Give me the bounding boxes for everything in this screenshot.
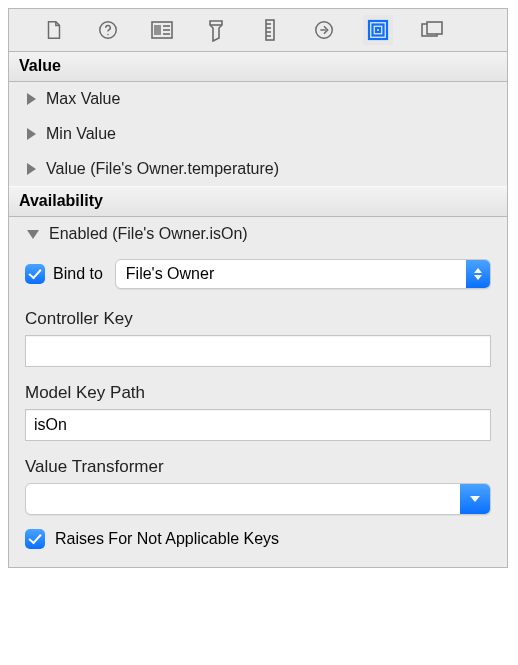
availability-rows: Enabled (File's Owner.isOn) Bind to File…	[9, 217, 507, 567]
svg-rect-8	[266, 20, 274, 40]
inspector-toolbar	[9, 9, 507, 52]
bind-to-value: File's Owner	[116, 265, 466, 283]
chevron-right-icon	[27, 128, 36, 140]
svg-rect-3	[154, 25, 161, 35]
size-icon[interactable]	[255, 15, 285, 45]
raises-checkbox[interactable]	[25, 529, 45, 549]
row-label: Enabled (File's Owner.isOn)	[49, 225, 497, 243]
connections-icon[interactable]	[309, 15, 339, 45]
model-key-path-label: Model Key Path	[25, 377, 491, 409]
enabled-binding-detail: Bind to File's Owner Controller Key Mode…	[9, 251, 507, 567]
chevron-right-icon	[27, 163, 36, 175]
bind-to-label: Bind to	[53, 265, 103, 283]
bindings-inspector-panel: Value Max Value Min Value Value (File's …	[8, 8, 508, 568]
row-label: Value (File's Owner.temperature)	[46, 160, 497, 178]
bind-to-line: Bind to File's Owner	[25, 257, 491, 303]
svg-point-1	[107, 34, 108, 35]
model-key-path-field[interactable]	[25, 409, 491, 441]
svg-rect-16	[376, 28, 380, 32]
section-header-availability: Availability	[9, 186, 507, 217]
section-title: Availability	[19, 192, 103, 209]
svg-rect-15	[373, 25, 384, 36]
row-label: Min Value	[46, 125, 497, 143]
help-icon[interactable]	[93, 15, 123, 45]
row-enabled[interactable]: Enabled (File's Owner.isOn)	[9, 217, 507, 251]
bindings-icon[interactable]	[363, 15, 393, 45]
bind-to-popup[interactable]: File's Owner	[115, 259, 491, 289]
identity-icon[interactable]	[147, 15, 177, 45]
effects-icon[interactable]	[417, 15, 447, 45]
row-min-value[interactable]: Min Value	[9, 116, 507, 151]
value-transformer-combo[interactable]	[25, 483, 491, 515]
svg-rect-18	[427, 22, 442, 34]
chevron-down-icon	[27, 230, 39, 239]
value-transformer-label: Value Transformer	[25, 451, 491, 483]
raises-row: Raises For Not Applicable Keys	[25, 515, 491, 555]
bind-to-checkbox[interactable]	[25, 264, 45, 284]
section-title: Value	[19, 57, 61, 74]
section-header-value: Value	[9, 52, 507, 82]
row-max-value[interactable]: Max Value	[9, 82, 507, 116]
value-rows: Max Value Min Value Value (File's Owner.…	[9, 82, 507, 186]
controller-key-label: Controller Key	[25, 303, 491, 335]
row-value[interactable]: Value (File's Owner.temperature)	[9, 151, 507, 186]
row-label: Max Value	[46, 90, 497, 108]
value-transformer-value	[26, 484, 460, 514]
chevron-right-icon	[27, 93, 36, 105]
updown-icon	[466, 260, 490, 288]
file-icon[interactable]	[39, 15, 69, 45]
controller-key-field[interactable]	[25, 335, 491, 367]
chevron-down-icon	[460, 484, 490, 514]
attributes-icon[interactable]	[201, 15, 231, 45]
raises-label: Raises For Not Applicable Keys	[55, 530, 279, 548]
